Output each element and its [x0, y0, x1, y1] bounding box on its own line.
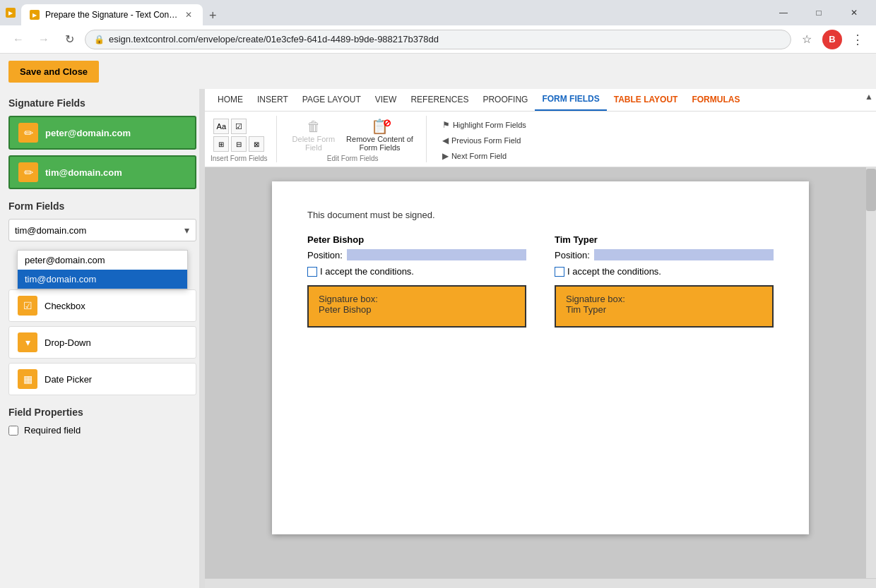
- ribbon-collapse-button[interactable]: ▲: [865, 92, 873, 102]
- sidebar: Signature Fields ✏ peter@domain.com ✏ ti…: [0, 89, 205, 588]
- highlight-label: Highlight Form Fields: [453, 121, 526, 129]
- required-field-label: Required field: [24, 425, 81, 436]
- active-tab[interactable]: Prepare the Signature - Text Con… ✕: [21, 4, 203, 25]
- signer1-accept-checkbox[interactable]: [307, 267, 317, 277]
- bookmark-button[interactable]: ☆: [797, 30, 817, 49]
- signer2-icon: ✏: [18, 162, 38, 182]
- ribbon-content: Aa ☑ ⊞ ⊟ ⊠ Insert Form Fields: [205, 112, 876, 167]
- close-window-button[interactable]: ✕: [838, 0, 870, 25]
- signer2-accept-checkbox[interactable]: [555, 267, 564, 277]
- doc-intro-text: This document must be signed.: [307, 210, 774, 220]
- signer2-accept-label: I accept the conditions.: [567, 266, 661, 277]
- signer2-name: Tim Typer: [555, 234, 774, 245]
- signer1-position-label: Position:: [307, 250, 343, 260]
- remove-content-button[interactable]: 📋 ⊘ Remove Content ofForm Fields: [342, 116, 418, 155]
- signers-row: Peter Bishop Position: I accept the cond…: [307, 234, 774, 328]
- tab-view[interactable]: VIEW: [368, 89, 404, 111]
- required-field-row: Required field: [8, 425, 196, 436]
- title-bar: Prepare the Signature - Text Con… ✕ + — …: [0, 0, 876, 25]
- signature-fields-title: Signature Fields: [8, 97, 196, 109]
- tab-close-button[interactable]: ✕: [183, 9, 194, 20]
- dropdown-option-peter-visible[interactable]: peter@domain.com: [18, 251, 187, 270]
- field-properties-title: Field Properties: [8, 407, 196, 418]
- ribbon-edit-buttons: 🗑 Delete FormField 📋 ⊘ Remove Content of…: [288, 116, 418, 155]
- profile-button[interactable]: B: [822, 30, 842, 49]
- maximize-button[interactable]: □: [803, 0, 835, 25]
- insert-text-icon: Aa: [213, 119, 229, 134]
- datepicker-field-item[interactable]: ▦ Date Picker: [8, 363, 196, 395]
- ribbon-tabs: HOME INSERT PAGE LAYOUT VIEW REFERENCES …: [205, 89, 876, 112]
- signer1-email: peter@domain.com: [45, 128, 131, 138]
- insert-table2-icon: ⊟: [231, 136, 247, 152]
- tab-references[interactable]: REFERENCES: [403, 89, 475, 111]
- signer1-position-row: Position:: [307, 249, 526, 260]
- signer2-field[interactable]: ✏ tim@domain.com: [8, 155, 196, 189]
- checkbox-icon: ☑: [18, 296, 37, 316]
- tab-page-layout[interactable]: PAGE LAYOUT: [295, 89, 368, 111]
- signer1-position-field[interactable]: [347, 249, 526, 260]
- delete-field-label: Delete FormField: [292, 135, 336, 152]
- insert-table-icon: ⊞: [213, 136, 229, 152]
- url-bar[interactable]: 🔒 esign.textcontrol.com/envelope/create/…: [85, 30, 791, 49]
- tab-insert[interactable]: INSERT: [250, 89, 295, 111]
- next-form-field-button[interactable]: ▶ Next Form Field: [438, 150, 531, 162]
- tab-form-fields[interactable]: FORM FIELDS: [535, 89, 606, 111]
- checkbox-field-item[interactable]: ☑ Checkbox: [8, 289, 196, 322]
- doc-area[interactable]: This document must be signed. Peter Bish…: [205, 167, 876, 578]
- browser-menu-button[interactable]: ⋮: [848, 30, 868, 49]
- previous-form-field-button[interactable]: ◀ Previous Form Field: [438, 134, 531, 147]
- tab-proofing[interactable]: PROOFING: [475, 89, 535, 111]
- signer-dropdown-wrapper: peter@domain.com tim@domain.com: [8, 219, 196, 247]
- delete-form-field-button[interactable]: 🗑 Delete FormField: [288, 116, 340, 155]
- next-label: Next Form Field: [451, 152, 507, 160]
- signer2-position-label: Position:: [555, 250, 590, 260]
- dropdown-option-tim-visible[interactable]: tim@domain.com: [18, 270, 187, 289]
- signer1-field[interactable]: ✏ peter@domain.com: [8, 116, 196, 150]
- signer1-accept-row: I accept the conditions.: [307, 266, 526, 277]
- required-field-checkbox[interactable]: [8, 426, 18, 436]
- edit-group-label: Edit Form Fields: [327, 155, 379, 162]
- highlight-form-fields-button[interactable]: ⚑ Highlight Form Fields: [438, 119, 531, 131]
- signer2-email: tim@domain.com: [45, 167, 122, 178]
- signer2-position-field[interactable]: [594, 249, 774, 260]
- ribbon-group-nav: ⚑ Highlight Form Fields ◀ Previous Form …: [438, 116, 539, 162]
- ribbon: HOME INSERT PAGE LAYOUT VIEW REFERENCES …: [205, 89, 876, 167]
- signer2-accept-row: I accept the conditions.: [555, 266, 774, 277]
- forward-button[interactable]: →: [34, 30, 54, 49]
- ribbon-group-insert: Aa ☑ ⊞ ⊟ ⊠ Insert Form Fields: [211, 116, 277, 162]
- document-page: This document must be signed. Peter Bish…: [272, 181, 809, 534]
- form-fields-title: Form Fields: [8, 200, 196, 212]
- signer-dropdown[interactable]: peter@domain.com tim@domain.com: [8, 219, 196, 241]
- refresh-button[interactable]: ↻: [59, 30, 79, 49]
- minimize-button[interactable]: —: [767, 0, 800, 25]
- new-tab-button[interactable]: +: [203, 6, 223, 25]
- tab-favicon: [30, 10, 40, 20]
- signer2-column: Tim Typer Position: I accept the conditi…: [555, 234, 774, 328]
- signer1-accept-label: I accept the conditions.: [320, 266, 414, 277]
- browser-logo-icon: [6, 8, 16, 18]
- signer1-icon: ✏: [18, 123, 38, 143]
- tab-home[interactable]: HOME: [211, 89, 250, 111]
- remove-content-icon: 📋 ⊘: [371, 119, 389, 133]
- tab-table-layout[interactable]: TABLE LAYOUT: [607, 89, 685, 111]
- insert-table3-icon: ⊠: [249, 136, 264, 152]
- dropdown-popup: peter@domain.com tim@domain.com: [17, 250, 188, 289]
- datepicker-icon: ▦: [18, 369, 37, 389]
- back-button[interactable]: ←: [8, 30, 28, 49]
- bottom-scrollbar[interactable]: [205, 578, 876, 588]
- previous-label: Previous Form Field: [451, 136, 521, 145]
- save-close-button[interactable]: Save and Close: [8, 61, 99, 83]
- highlight-icon: ⚑: [442, 120, 450, 130]
- top-bar: Save and Close: [0, 54, 876, 89]
- insert-check-icon: ☑: [231, 119, 247, 134]
- checkbox-label: Checkbox: [45, 301, 85, 311]
- editor-panel: HOME INSERT PAGE LAYOUT VIEW REFERENCES …: [205, 89, 876, 588]
- dropdown-icon: ▾: [18, 332, 37, 352]
- dropdown-field-item[interactable]: ▾ Drop-Down: [8, 326, 196, 359]
- signer2-sig-box[interactable]: Signature box: Tim Typer: [555, 285, 774, 328]
- app-body: Save and Close Signature Fields ✏ peter@…: [0, 54, 876, 588]
- previous-icon: ◀: [442, 136, 449, 145]
- delete-field-icon: 🗑: [307, 119, 321, 133]
- signer1-sig-box[interactable]: Signature box: Peter Bishop: [307, 285, 526, 328]
- tab-formulas[interactable]: FORMULAS: [685, 89, 747, 111]
